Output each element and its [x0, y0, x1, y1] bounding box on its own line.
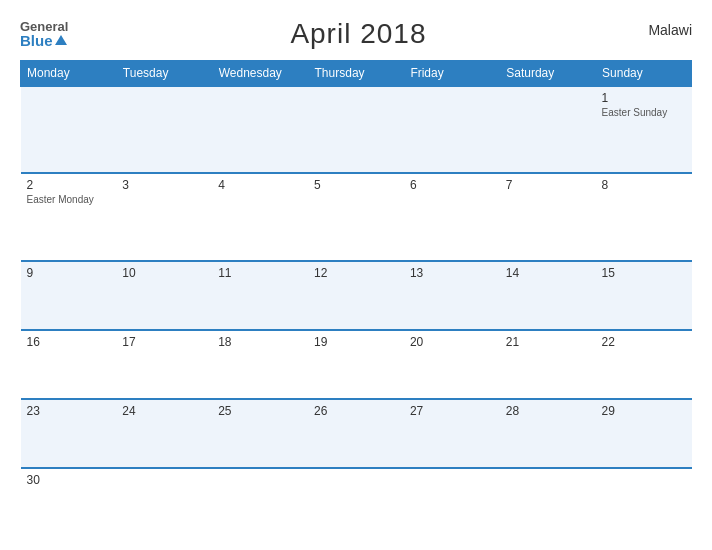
day-number: 10	[122, 266, 206, 280]
week-row-6: 30	[21, 468, 692, 536]
calendar-cell: 7	[500, 173, 596, 260]
day-header-saturday: Saturday	[500, 61, 596, 87]
day-number: 14	[506, 266, 590, 280]
calendar-cell: 22	[596, 330, 692, 399]
calendar-cell: 19	[308, 330, 404, 399]
country-label: Malawi	[648, 22, 692, 38]
calendar-cell	[500, 86, 596, 173]
calendar-cell: 5	[308, 173, 404, 260]
calendar-cell: 20	[404, 330, 500, 399]
day-number: 19	[314, 335, 398, 349]
calendar-cell: 4	[212, 173, 308, 260]
day-number: 16	[27, 335, 111, 349]
week-row-4: 16171819202122	[21, 330, 692, 399]
calendar-cell	[116, 86, 212, 173]
holiday-label: Easter Monday	[27, 194, 111, 205]
calendar-cell: 17	[116, 330, 212, 399]
day-number: 8	[602, 178, 686, 192]
calendar-cell: 29	[596, 399, 692, 468]
day-number: 17	[122, 335, 206, 349]
day-number: 13	[410, 266, 494, 280]
calendar-cell: 30	[21, 468, 117, 536]
calendar-cell	[212, 468, 308, 536]
day-number: 1	[602, 91, 686, 105]
week-row-3: 9101112131415	[21, 261, 692, 330]
day-number: 4	[218, 178, 302, 192]
calendar-cell: 23	[21, 399, 117, 468]
calendar-cell	[308, 468, 404, 536]
calendar-cell: 2Easter Monday	[21, 173, 117, 260]
day-number: 29	[602, 404, 686, 418]
calendar-cell: 16	[21, 330, 117, 399]
calendar-cell: 9	[21, 261, 117, 330]
page-header: General Blue April 2018 Malawi	[20, 18, 692, 50]
holiday-label: Easter Sunday	[602, 107, 686, 118]
calendar-cell: 24	[116, 399, 212, 468]
day-number: 11	[218, 266, 302, 280]
week-row-1: 1Easter Sunday	[21, 86, 692, 173]
day-number: 23	[27, 404, 111, 418]
calendar-cell	[404, 86, 500, 173]
day-number: 2	[27, 178, 111, 192]
calendar-cell: 10	[116, 261, 212, 330]
week-row-2: 2Easter Monday345678	[21, 173, 692, 260]
day-header-thursday: Thursday	[308, 61, 404, 87]
day-number: 15	[602, 266, 686, 280]
calendar-cell: 3	[116, 173, 212, 260]
day-number: 12	[314, 266, 398, 280]
day-number: 5	[314, 178, 398, 192]
calendar-cell: 26	[308, 399, 404, 468]
calendar-cell: 27	[404, 399, 500, 468]
calendar-cell	[212, 86, 308, 173]
month-title: April 2018	[290, 18, 426, 50]
calendar-cell: 8	[596, 173, 692, 260]
day-number: 30	[27, 473, 111, 487]
calendar-cell: 21	[500, 330, 596, 399]
day-number: 24	[122, 404, 206, 418]
day-header-wednesday: Wednesday	[212, 61, 308, 87]
calendar-cell	[21, 86, 117, 173]
calendar-cell: 11	[212, 261, 308, 330]
day-header-tuesday: Tuesday	[116, 61, 212, 87]
day-number: 21	[506, 335, 590, 349]
calendar-cell: 13	[404, 261, 500, 330]
calendar-header: MondayTuesdayWednesdayThursdayFridaySatu…	[21, 61, 692, 87]
calendar-table: MondayTuesdayWednesdayThursdayFridaySatu…	[20, 60, 692, 536]
day-number: 25	[218, 404, 302, 418]
logo-triangle-icon	[55, 35, 67, 45]
calendar-cell: 18	[212, 330, 308, 399]
day-header-sunday: Sunday	[596, 61, 692, 87]
day-number: 7	[506, 178, 590, 192]
calendar-cell: 12	[308, 261, 404, 330]
days-of-week-row: MondayTuesdayWednesdayThursdayFridaySatu…	[21, 61, 692, 87]
calendar-cell	[596, 468, 692, 536]
calendar-cell: 6	[404, 173, 500, 260]
day-number: 22	[602, 335, 686, 349]
day-number: 28	[506, 404, 590, 418]
calendar-cell	[404, 468, 500, 536]
day-number: 26	[314, 404, 398, 418]
day-number: 3	[122, 178, 206, 192]
calendar-cell: 25	[212, 399, 308, 468]
calendar-cell: 15	[596, 261, 692, 330]
calendar-cell	[116, 468, 212, 536]
day-number: 27	[410, 404, 494, 418]
calendar-cell: 1Easter Sunday	[596, 86, 692, 173]
day-header-friday: Friday	[404, 61, 500, 87]
calendar-cell: 14	[500, 261, 596, 330]
calendar-cell	[308, 86, 404, 173]
calendar-cell	[500, 468, 596, 536]
day-number: 18	[218, 335, 302, 349]
day-number: 6	[410, 178, 494, 192]
calendar-cell: 28	[500, 399, 596, 468]
calendar-body: 1Easter Sunday2Easter Monday345678910111…	[21, 86, 692, 536]
logo: General Blue	[20, 20, 68, 48]
day-number: 9	[27, 266, 111, 280]
day-header-monday: Monday	[21, 61, 117, 87]
logo-blue-text: Blue	[20, 33, 68, 48]
week-row-5: 23242526272829	[21, 399, 692, 468]
day-number: 20	[410, 335, 494, 349]
